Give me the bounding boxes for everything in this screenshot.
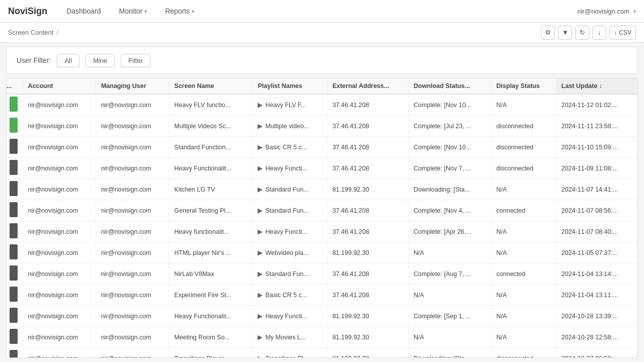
breadcrumb-separator: / — [56, 29, 58, 36]
nav-monitor[interactable]: Monitor ▾ — [115, 5, 151, 17]
play-icon[interactable]: ▶ — [258, 186, 263, 193]
csv-button[interactable]: ↓ CSV — [609, 26, 636, 40]
cell-screen-name: Experiment Fire St... — [169, 285, 253, 306]
table-row: nir@novisign.com nir@novisign.com Heavy … — [7, 158, 637, 179]
col-managing-user[interactable]: Managing User — [96, 78, 169, 94]
screens-table: ... Account Managing User Screen Name Pl… — [7, 78, 637, 358]
cell-account: nir@novisign.com — [23, 263, 96, 285]
user-menu[interactable]: nir@novisign.com ▾ — [577, 8, 636, 15]
cell-external-address: 37.46.41.208 — [327, 221, 408, 242]
filter-button[interactable]: ▼ — [558, 26, 572, 40]
breadcrumb-screen-content[interactable]: Screen Content — [8, 29, 53, 36]
play-icon[interactable]: ▶ — [258, 355, 263, 358]
status-indicator — [7, 327, 23, 348]
nav-dashboard[interactable]: Dashboard — [62, 5, 105, 17]
status-indicator — [7, 285, 23, 306]
col-external-address[interactable]: External Address... — [327, 78, 408, 94]
play-icon[interactable]: ▶ — [258, 207, 263, 214]
settings-button[interactable]: ⚙ — [541, 26, 555, 40]
col-last-update[interactable]: Last Update ↓ — [556, 78, 637, 94]
cell-screen-name: Meeting Room So... — [169, 327, 253, 348]
cell-display-status: connected — [491, 263, 556, 285]
status-indicator — [7, 116, 23, 137]
filter-mine-button[interactable]: Mine — [86, 54, 115, 67]
refresh-button[interactable]: ↻ — [575, 26, 589, 40]
play-icon[interactable]: ▶ — [258, 165, 263, 172]
cell-screen-name: Kitchen LG TV — [169, 179, 253, 200]
table-row: nir@novisign.com nir@novisign.com NirLab… — [7, 263, 637, 285]
filter-label: User Filter: — [17, 56, 51, 64]
cell-screen-name: Standard Function... — [169, 137, 253, 158]
cell-last-update: 2024-11-04 13:11:... — [556, 285, 637, 306]
filter-all-button[interactable]: All — [57, 54, 79, 67]
cell-download-status: N/A — [409, 327, 491, 348]
cell-playlist: ▶Standard Fun... — [253, 200, 327, 221]
col-playlist-names[interactable]: Playlist Names — [253, 78, 327, 94]
play-icon[interactable]: ▶ — [258, 144, 263, 151]
cell-managing-user: nir@novisign.com — [96, 137, 169, 158]
cell-screen-name: NirLab V8Max — [169, 263, 253, 285]
cell-display-status: N/A — [491, 179, 556, 200]
col-screen-name[interactable]: Screen Name — [169, 78, 253, 94]
cell-screen-name: Heavy FLV functio... — [169, 94, 253, 116]
status-indicator — [7, 263, 23, 285]
status-indicator — [7, 200, 23, 221]
cell-managing-user: nir@novisign.com — [96, 179, 169, 200]
nav-reports[interactable]: Reports ▾ — [161, 5, 198, 17]
cell-managing-user: nir@novisign.com — [96, 116, 169, 137]
cell-external-address: 37.46.41.208 — [327, 137, 408, 158]
table-row: nir@novisign.com nir@novisign.com Standa… — [7, 137, 637, 158]
cell-external-address: 37.46.41.208 — [327, 285, 408, 306]
cell-external-address: 81.199.92.30 — [327, 327, 408, 348]
table-row: nir@novisign.com nir@novisign.com Multip… — [7, 116, 637, 137]
table-row: nir@novisign.com nir@novisign.com Genera… — [7, 200, 637, 221]
brand-logo[interactable]: NoviSign — [8, 6, 47, 17]
play-icon[interactable]: ▶ — [258, 270, 263, 278]
table-header-row: ... Account Managing User Screen Name Pl… — [7, 78, 637, 94]
col-display-status[interactable]: Display Status — [491, 78, 556, 94]
play-icon[interactable]: ▶ — [258, 249, 263, 256]
cell-download-status: Complete: [Nov 10... — [409, 94, 491, 116]
cell-last-update: 2024-11-04 13:14:... — [556, 263, 637, 285]
cell-last-update: 2024-11-07 08:40:... — [556, 221, 637, 242]
play-icon[interactable]: ▶ — [258, 102, 263, 109]
filter-custom-button[interactable]: Filter — [121, 54, 150, 67]
col-download-status[interactable]: Download Status... — [409, 78, 491, 94]
filter-bar: User Filter: All Mine Filter — [6, 47, 638, 74]
export-button[interactable]: ↓ — [592, 26, 606, 40]
col-indicator: ... — [7, 78, 23, 94]
cell-screen-name: Multiple Videos Sc... — [169, 116, 253, 137]
cell-external-address: 81.199.92.30 — [327, 306, 408, 327]
status-indicator — [7, 94, 23, 116]
play-icon[interactable]: ▶ — [258, 228, 263, 235]
cell-last-update: 2024-11-07 14:41:... — [556, 179, 637, 200]
cell-managing-user: nir@novisign.com — [96, 306, 169, 327]
play-icon[interactable]: ▶ — [258, 313, 263, 320]
cell-managing-user: nir@novisign.com — [96, 263, 169, 285]
cell-playlist: ▶Standard Fun... — [253, 179, 327, 200]
cell-display-status: disconnected — [491, 137, 556, 158]
cell-screen-name: General Testing Pl... — [169, 200, 253, 221]
status-indicator — [7, 221, 23, 242]
cell-screen-name: Transitions Player — [169, 348, 253, 358]
status-indicator — [7, 348, 23, 358]
cell-last-update: 2024-11-05 07:37:... — [556, 242, 637, 263]
cell-download-status: N/A — [409, 285, 491, 306]
cell-last-update: 2024-10-28 13:39:... — [556, 306, 637, 327]
status-indicator — [7, 137, 23, 158]
user-email: nir@novisign.com — [577, 8, 629, 15]
cell-download-status: Downloading: [Sta... — [409, 348, 491, 358]
cell-display-status: connected — [491, 200, 556, 221]
cell-external-address: 37.46.41.208 — [327, 200, 408, 221]
col-account[interactable]: Account — [23, 78, 96, 94]
play-icon[interactable]: ▶ — [258, 334, 263, 341]
cell-managing-user: nir@novisign.com — [96, 94, 169, 116]
cell-external-address: 37.46.41.208 — [327, 116, 408, 137]
cell-account: nir@novisign.com — [23, 137, 96, 158]
play-icon[interactable]: ▶ — [258, 123, 263, 130]
play-icon[interactable]: ▶ — [258, 292, 263, 299]
cell-download-status: Complete: [Nov 4, ... — [409, 200, 491, 221]
status-indicator — [7, 158, 23, 179]
cell-playlist: ▶Heavy Functi... — [253, 158, 327, 179]
cell-download-status: Complete: [Nov 7, ... — [409, 158, 491, 179]
